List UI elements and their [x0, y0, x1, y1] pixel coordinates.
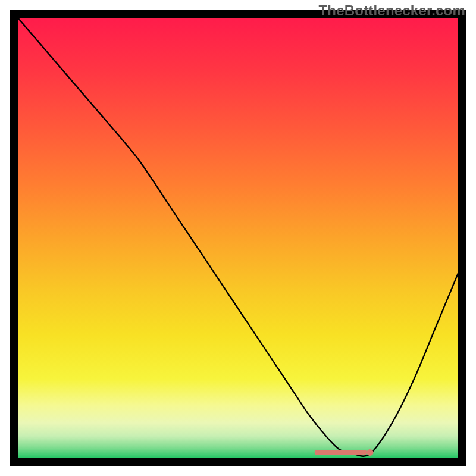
chart-container: { "watermark": "TheBottlenecker.com", "c… — [0, 0, 476, 476]
watermark-text: TheBottlenecker.com — [318, 2, 465, 19]
bottleneck-chart — [0, 0, 476, 476]
gradient-background — [18, 18, 458, 458]
optimal-range-marker — [317, 449, 373, 456]
svg-point-2 — [367, 449, 374, 456]
